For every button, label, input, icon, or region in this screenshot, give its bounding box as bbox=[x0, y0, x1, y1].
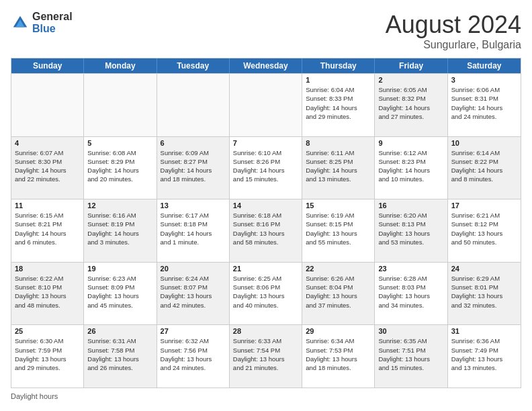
day-cell-9: 9Sunrise: 6:12 AM Sunset: 8:23 PM Daylig… bbox=[375, 137, 447, 199]
cell-content: Sunrise: 6:07 AM Sunset: 8:30 PM Dayligh… bbox=[15, 148, 80, 184]
cell-content: Sunrise: 6:15 AM Sunset: 8:21 PM Dayligh… bbox=[15, 211, 80, 246]
day-header-wednesday: Wednesday bbox=[230, 58, 302, 73]
logo-general: General bbox=[32, 11, 73, 23]
cell-content: Sunrise: 6:26 AM Sunset: 8:04 PM Dayligh… bbox=[306, 274, 371, 310]
logo-icon bbox=[11, 13, 30, 32]
day-cell-31: 31Sunrise: 6:36 AM Sunset: 7:49 PM Dayli… bbox=[448, 325, 521, 387]
cell-content: Sunrise: 6:14 AM Sunset: 8:22 PM Dayligh… bbox=[451, 148, 517, 184]
cell-content: Sunrise: 6:11 AM Sunset: 8:25 PM Dayligh… bbox=[306, 148, 371, 184]
day-number: 1 bbox=[306, 76, 371, 84]
day-number: 19 bbox=[87, 265, 152, 273]
day-cell-10: 10Sunrise: 6:14 AM Sunset: 8:22 PM Dayli… bbox=[448, 137, 521, 199]
day-number: 29 bbox=[306, 327, 371, 335]
day-cell-11: 11Sunrise: 6:15 AM Sunset: 8:21 PM Dayli… bbox=[11, 199, 84, 262]
day-cell-4: 4Sunrise: 6:07 AM Sunset: 8:30 PM Daylig… bbox=[11, 137, 84, 199]
cell-content: Sunrise: 6:10 AM Sunset: 8:26 PM Dayligh… bbox=[233, 148, 298, 184]
cell-content: Sunrise: 6:29 AM Sunset: 8:01 PM Dayligh… bbox=[451, 274, 517, 310]
day-cell-2: 2Sunrise: 6:05 AM Sunset: 8:32 PM Daylig… bbox=[375, 74, 447, 136]
day-number: 11 bbox=[15, 201, 80, 210]
cell-content: Sunrise: 6:34 AM Sunset: 7:53 PM Dayligh… bbox=[306, 336, 371, 372]
day-number: 18 bbox=[15, 265, 80, 273]
cell-content: Sunrise: 6:08 AM Sunset: 8:29 PM Dayligh… bbox=[87, 148, 152, 184]
day-number: 12 bbox=[87, 201, 152, 210]
empty-cell bbox=[157, 74, 230, 136]
empty-cell bbox=[84, 74, 157, 136]
day-header-monday: Monday bbox=[84, 58, 157, 73]
day-cell-29: 29Sunrise: 6:34 AM Sunset: 7:53 PM Dayli… bbox=[302, 325, 375, 387]
day-cell-20: 20Sunrise: 6:24 AM Sunset: 8:07 PM Dayli… bbox=[157, 263, 230, 325]
cell-content: Sunrise: 6:23 AM Sunset: 8:09 PM Dayligh… bbox=[87, 274, 152, 310]
calendar-header: SundayMondayTuesdayWednesdayThursdayFrid… bbox=[11, 58, 521, 73]
day-cell-21: 21Sunrise: 6:25 AM Sunset: 8:06 PM Dayli… bbox=[230, 263, 302, 325]
day-number: 7 bbox=[233, 139, 298, 147]
day-number: 25 bbox=[15, 327, 80, 335]
day-cell-14: 14Sunrise: 6:18 AM Sunset: 8:16 PM Dayli… bbox=[230, 199, 302, 262]
cell-content: Sunrise: 6:18 AM Sunset: 8:16 PM Dayligh… bbox=[233, 211, 298, 246]
day-number: 5 bbox=[87, 139, 152, 147]
location-title: Sungurlare, Bulgaria bbox=[386, 39, 521, 51]
week-row-3: 11Sunrise: 6:15 AM Sunset: 8:21 PM Dayli… bbox=[11, 199, 521, 262]
cell-content: Sunrise: 6:21 AM Sunset: 8:12 PM Dayligh… bbox=[451, 211, 517, 246]
day-number: 6 bbox=[161, 139, 226, 147]
cell-content: Sunrise: 6:09 AM Sunset: 8:27 PM Dayligh… bbox=[161, 148, 226, 184]
cell-content: Sunrise: 6:28 AM Sunset: 8:03 PM Dayligh… bbox=[378, 274, 443, 310]
day-number: 28 bbox=[233, 327, 298, 335]
week-row-1: 1Sunrise: 6:04 AM Sunset: 8:33 PM Daylig… bbox=[11, 73, 521, 136]
week-row-2: 4Sunrise: 6:07 AM Sunset: 8:30 PM Daylig… bbox=[11, 136, 521, 199]
logo-text: General Blue bbox=[32, 11, 73, 34]
day-cell-26: 26Sunrise: 6:31 AM Sunset: 7:58 PM Dayli… bbox=[84, 325, 157, 387]
day-cell-18: 18Sunrise: 6:22 AM Sunset: 8:10 PM Dayli… bbox=[11, 263, 84, 325]
day-header-sunday: Sunday bbox=[11, 58, 84, 73]
day-cell-30: 30Sunrise: 6:35 AM Sunset: 7:51 PM Dayli… bbox=[375, 325, 447, 387]
cell-content: Sunrise: 6:36 AM Sunset: 7:49 PM Dayligh… bbox=[451, 336, 517, 372]
cell-content: Sunrise: 6:33 AM Sunset: 7:54 PM Dayligh… bbox=[233, 336, 298, 372]
cell-content: Sunrise: 6:22 AM Sunset: 8:10 PM Dayligh… bbox=[15, 274, 80, 310]
day-number: 26 bbox=[87, 327, 152, 335]
day-number: 20 bbox=[161, 265, 226, 273]
cell-content: Sunrise: 6:35 AM Sunset: 7:51 PM Dayligh… bbox=[378, 336, 443, 372]
cell-content: Sunrise: 6:20 AM Sunset: 8:13 PM Dayligh… bbox=[378, 211, 443, 246]
logo: General Blue bbox=[11, 11, 73, 34]
day-cell-15: 15Sunrise: 6:19 AM Sunset: 8:15 PM Dayli… bbox=[302, 199, 375, 262]
day-cell-25: 25Sunrise: 6:30 AM Sunset: 7:59 PM Dayli… bbox=[11, 325, 84, 387]
day-number: 2 bbox=[378, 76, 443, 84]
day-cell-16: 16Sunrise: 6:20 AM Sunset: 8:13 PM Dayli… bbox=[375, 199, 447, 262]
day-cell-28: 28Sunrise: 6:33 AM Sunset: 7:54 PM Dayli… bbox=[230, 325, 302, 387]
day-number: 22 bbox=[306, 265, 371, 273]
footer-note: Daylight hours bbox=[11, 392, 521, 400]
header: General Blue August 2024 Sungurlare, Bul… bbox=[11, 11, 521, 51]
cell-content: Sunrise: 6:16 AM Sunset: 8:19 PM Dayligh… bbox=[87, 211, 152, 246]
logo-blue: Blue bbox=[32, 23, 73, 35]
day-number: 27 bbox=[161, 327, 226, 335]
day-header-thursday: Thursday bbox=[302, 58, 375, 73]
day-cell-23: 23Sunrise: 6:28 AM Sunset: 8:03 PM Dayli… bbox=[375, 263, 447, 325]
day-cell-27: 27Sunrise: 6:32 AM Sunset: 7:56 PM Dayli… bbox=[157, 325, 230, 387]
empty-cell bbox=[11, 74, 84, 136]
week-row-4: 18Sunrise: 6:22 AM Sunset: 8:10 PM Dayli… bbox=[11, 262, 521, 325]
cell-content: Sunrise: 6:30 AM Sunset: 7:59 PM Dayligh… bbox=[15, 336, 80, 372]
calendar: SundayMondayTuesdayWednesdayThursdayFrid… bbox=[11, 58, 521, 388]
day-number: 30 bbox=[378, 327, 443, 335]
day-number: 23 bbox=[378, 265, 443, 273]
day-cell-17: 17Sunrise: 6:21 AM Sunset: 8:12 PM Dayli… bbox=[448, 199, 521, 262]
cell-content: Sunrise: 6:25 AM Sunset: 8:06 PM Dayligh… bbox=[233, 274, 298, 310]
day-cell-13: 13Sunrise: 6:17 AM Sunset: 8:18 PM Dayli… bbox=[157, 199, 230, 262]
empty-cell bbox=[230, 74, 302, 136]
title-block: August 2024 Sungurlare, Bulgaria bbox=[386, 11, 521, 51]
day-number: 3 bbox=[451, 76, 517, 84]
day-cell-12: 12Sunrise: 6:16 AM Sunset: 8:19 PM Dayli… bbox=[84, 199, 157, 262]
day-number: 9 bbox=[378, 139, 443, 147]
cell-content: Sunrise: 6:24 AM Sunset: 8:07 PM Dayligh… bbox=[161, 274, 226, 310]
day-number: 17 bbox=[451, 201, 517, 210]
day-cell-1: 1Sunrise: 6:04 AM Sunset: 8:33 PM Daylig… bbox=[302, 74, 375, 136]
day-cell-3: 3Sunrise: 6:06 AM Sunset: 8:31 PM Daylig… bbox=[448, 74, 521, 136]
cell-content: Sunrise: 6:19 AM Sunset: 8:15 PM Dayligh… bbox=[306, 211, 371, 246]
page: General Blue August 2024 Sungurlare, Bul… bbox=[0, 0, 532, 411]
cell-content: Sunrise: 6:17 AM Sunset: 8:18 PM Dayligh… bbox=[161, 211, 226, 246]
week-row-5: 25Sunrise: 6:30 AM Sunset: 7:59 PM Dayli… bbox=[11, 324, 521, 387]
calendar-body: 1Sunrise: 6:04 AM Sunset: 8:33 PM Daylig… bbox=[11, 73, 521, 387]
day-cell-24: 24Sunrise: 6:29 AM Sunset: 8:01 PM Dayli… bbox=[448, 263, 521, 325]
day-number: 31 bbox=[451, 327, 517, 335]
day-cell-5: 5Sunrise: 6:08 AM Sunset: 8:29 PM Daylig… bbox=[84, 137, 157, 199]
cell-content: Sunrise: 6:05 AM Sunset: 8:32 PM Dayligh… bbox=[378, 85, 443, 121]
